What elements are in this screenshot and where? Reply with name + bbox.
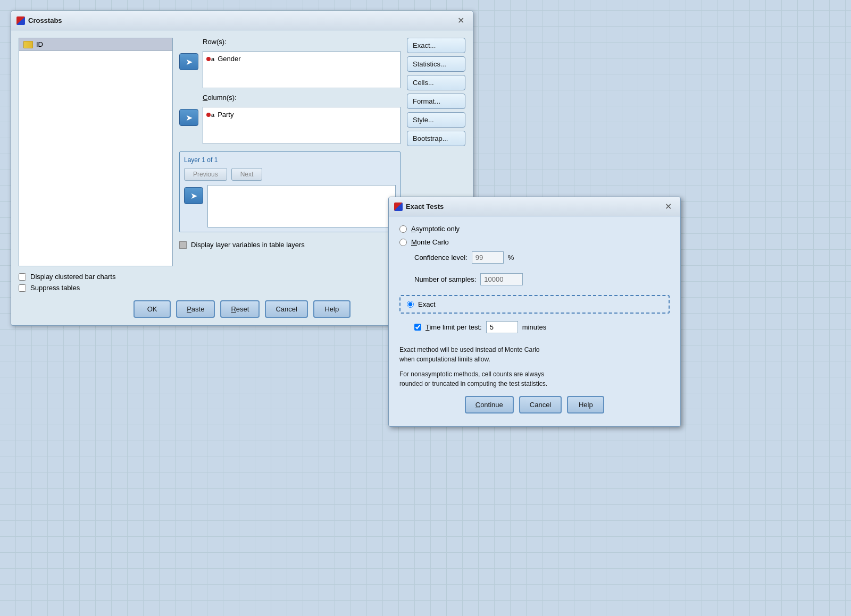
exact-help-button[interactable]: Help xyxy=(567,396,604,414)
list-item[interactable]: ID xyxy=(19,38,172,51)
info-text-block: Exact method will be used instead of Mon… xyxy=(399,345,670,364)
confidence-pct-label: % xyxy=(508,254,514,261)
time-limit-checkbox[interactable] xyxy=(414,324,421,331)
format-button[interactable]: Format... xyxy=(407,94,465,109)
paste-button[interactable]: Paste xyxy=(176,300,215,318)
layer-section: Layer 1 of 1 Previous Next ➤ xyxy=(179,151,401,232)
statistics-button[interactable]: Statistics... xyxy=(407,56,465,72)
monte-carlo-row: Monte Carlo xyxy=(399,238,670,246)
num-samples-row: Number of samples: xyxy=(414,273,670,285)
suppress-tables-label: Suppress tables xyxy=(30,284,80,292)
spss-icon xyxy=(16,16,25,25)
time-limit-label: Time limit per test: xyxy=(426,323,482,331)
rows-arrow-button[interactable]: ➤ xyxy=(179,53,198,70)
reset-button[interactable]: Reset xyxy=(220,300,260,318)
help-button[interactable]: Help xyxy=(313,300,351,318)
exact-box: Exact xyxy=(399,295,670,314)
exact-tests-dialog: Exact Tests ✕ Asymptotic only Monte Carl… xyxy=(388,197,681,427)
crosstabs-title: Crosstabs xyxy=(16,16,62,25)
radio-group: Asymptotic only Monte Carlo Confidence l… xyxy=(399,225,670,337)
info-text-4: rounded or truncated in computing the te… xyxy=(399,380,547,387)
crosstabs-titlebar: Crosstabs ✕ xyxy=(11,11,473,30)
time-limit-row: Time limit per test: minutes xyxy=(414,321,670,333)
continue-button[interactable]: Continue xyxy=(465,396,514,414)
display-layer-checkbox[interactable] xyxy=(179,241,187,249)
time-limit-input[interactable] xyxy=(486,321,518,333)
columns-field-box: a Party xyxy=(203,107,401,144)
columns-var-icon: a xyxy=(206,112,214,118)
asymptotic-radio[interactable] xyxy=(399,225,407,233)
monte-carlo-radio[interactable] xyxy=(399,239,407,246)
columns-arrow-button[interactable]: ➤ xyxy=(179,109,198,126)
display-clustered-checkbox[interactable] xyxy=(19,273,26,281)
style-button[interactable]: Style... xyxy=(407,112,465,128)
exact-tests-title-text: Exact Tests xyxy=(406,202,444,210)
exact-tests-title: Exact Tests xyxy=(394,202,444,211)
ruler-icon xyxy=(23,41,33,48)
confidence-level-label: Confidence level: xyxy=(414,254,468,261)
exact-button[interactable]: Exact... xyxy=(407,38,465,53)
layer-arrow-button[interactable]: ➤ xyxy=(184,187,203,204)
bootstrap-button[interactable]: Bootstrap... xyxy=(407,131,465,146)
previous-button[interactable]: Previous xyxy=(184,168,227,181)
suppress-tables-checkbox[interactable] xyxy=(19,284,26,292)
crosstabs-title-text: Crosstabs xyxy=(28,16,62,24)
columns-var-name: Party xyxy=(218,111,233,119)
rows-field-box: a Gender xyxy=(203,51,401,88)
layer-field: ➤ xyxy=(184,185,396,227)
display-layer-row: Display layer variables in table layers xyxy=(179,241,401,249)
rows-field-group: ➤ a Gender xyxy=(179,51,401,88)
exact-radio[interactable] xyxy=(407,301,414,308)
dot-red xyxy=(206,57,211,61)
display-clustered-label: Display clustered bar charts xyxy=(30,273,115,281)
columns-label-text: Column(s): xyxy=(203,94,401,102)
exact-cancel-button[interactable]: Cancel xyxy=(519,396,562,414)
info-text-3: For nonasymptotic methods, cell counts a… xyxy=(399,370,544,378)
crosstabs-close-button[interactable]: ✕ xyxy=(454,14,468,27)
rows-label-text: Row(s): xyxy=(203,38,401,46)
cancel-button[interactable]: Cancel xyxy=(265,300,307,318)
columns-field-group: ➤ a Party xyxy=(179,107,401,144)
ok-button[interactable]: OK xyxy=(134,300,171,318)
rows-var-item: a Gender xyxy=(206,55,397,63)
dot-red2 xyxy=(206,113,211,117)
monte-carlo-label: Monte Carlo xyxy=(411,238,449,246)
num-samples-input[interactable] xyxy=(480,273,523,285)
num-samples-label: Number of samples: xyxy=(414,275,476,283)
rows-var-name: Gender xyxy=(218,55,240,63)
time-limit-unit: minutes xyxy=(522,323,547,331)
layer-title-text: Layer 1 of 1 xyxy=(184,156,396,164)
info-text-block2: For nonasymptotic methods, cell counts a… xyxy=(399,369,670,389)
exact-tests-close-button[interactable]: ✕ xyxy=(662,200,675,213)
exact-tests-titlebar: Exact Tests ✕ xyxy=(389,197,680,216)
confidence-level-input[interactable] xyxy=(472,251,504,264)
layer-nav: Previous Next xyxy=(184,168,396,181)
info-text-1: Exact method will be used instead of Mon… xyxy=(399,346,539,353)
center-area: Row(s): ➤ a Gender Column(s): xyxy=(179,38,401,266)
next-button[interactable]: Next xyxy=(231,168,263,181)
var-id-label: ID xyxy=(36,40,43,48)
exact-spss-icon xyxy=(394,202,403,211)
asymptotic-row: Asymptotic only xyxy=(399,225,670,233)
cells-button[interactable]: Cells... xyxy=(407,75,465,90)
display-layer-label: Display layer variables in table layers xyxy=(191,241,305,249)
asymptotic-label: Asymptotic only xyxy=(411,225,460,233)
exact-bottom-buttons: Continue Cancel Help xyxy=(399,396,670,418)
exact-label: Exact xyxy=(418,300,436,308)
variable-list[interactable]: ID xyxy=(19,38,173,266)
info-text-2: when computational limits allow. xyxy=(399,356,490,363)
layer-box xyxy=(207,185,396,227)
rows-var-icon: a xyxy=(206,56,214,62)
exact-tests-body: Asymptotic only Monte Carlo Confidence l… xyxy=(389,216,680,426)
columns-var-item: a Party xyxy=(206,111,397,119)
confidence-level-row: Confidence level: % xyxy=(414,251,670,264)
